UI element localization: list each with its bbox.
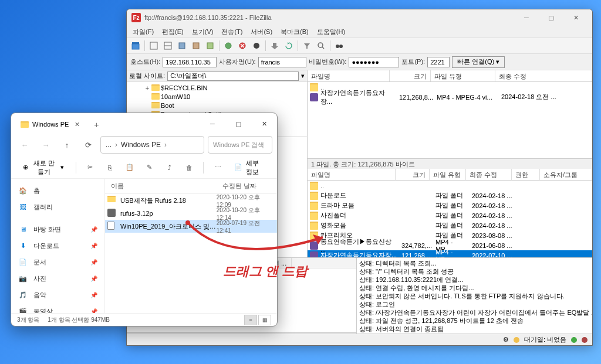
dropdown-icon[interactable]: ▾ [301,72,305,80]
maximize-button[interactable]: ▢ [225,114,251,133]
tree-item[interactable]: Boot [128,101,306,110]
new-tab-button[interactable]: + [88,117,104,133]
copy-icon[interactable]: ⎘ [102,159,118,176]
gear-icon[interactable]: ⚙ [503,336,509,343]
log-line: 상태: 연결 수립, 환영 메시지를 기다림... [359,284,590,292]
menu-help[interactable]: 도움말(H) [313,26,349,38]
menu-edit[interactable]: 편집(E) [158,26,187,38]
menu-file[interactable]: 파일(F) [129,26,157,38]
sidebar-item[interactable]: 🎬동영상📌 [11,303,104,313]
file-row[interactable]: 영화모음파일 폴더2024-02-18 ... [308,220,592,230]
col-type[interactable]: 파일 유형 [430,169,466,180]
refresh-icon[interactable] [282,39,295,52]
tree-item[interactable]: 10amW10 [128,92,306,101]
toolbar-icon[interactable] [268,39,281,52]
file-row[interactable]: 자장가연속듣기동요자장...121,268,8...MP4 - MPEG-4 v… [308,92,592,102]
port-input[interactable] [427,57,450,67]
forward-button[interactable]: → [37,136,55,154]
binoculars-icon[interactable] [333,39,346,52]
filter-icon[interactable] [300,39,313,52]
pass-input[interactable] [349,57,399,67]
col-modified[interactable]: 수정된 날짜 [217,182,262,190]
details-button[interactable]: 📄 세부 정보 [229,159,271,176]
delete-icon[interactable]: 🗑 [181,159,198,176]
col-filename[interactable]: 파일명 [308,70,390,81]
file-row[interactable]: 사진폴더파일 폴더2024-02-18 ... [308,210,592,220]
disconnect-icon[interactable] [250,39,263,52]
breadcrumb-segment[interactable]: ... [106,141,112,149]
col-perm[interactable]: 권한 [512,169,540,180]
file-row[interactable]: rufus-3.12p2020-10-20 오후 12:14 [105,207,277,220]
sidebar-item[interactable]: 🖼갤러리 [11,199,104,215]
cancel-icon[interactable] [236,39,249,52]
svg-rect-1 [132,42,139,44]
list-view-button[interactable]: ≡ [244,315,257,325]
rename-icon[interactable]: ✎ [141,159,158,176]
back-button[interactable]: ← [16,136,33,154]
close-button[interactable]: ✕ [251,114,277,133]
grid-view-button[interactable]: ▦ [258,315,271,325]
menu-server[interactable]: 서버(S) [247,26,276,38]
toolbar-icon[interactable] [190,39,202,52]
menu-transfer[interactable]: 전송(T) [218,26,246,38]
sidebar-item[interactable]: ⬇다운로드📌 [11,237,104,254]
quickconnect-button[interactable]: 빠른 연결(Q) ▾ [452,56,505,68]
file-row[interactable]: Win10PE_2019_아크로니스 및 기타2020-07-19 오전 12:… [105,220,277,233]
explorer-titlebar[interactable]: Windows PE ✕ + ─ ▢ ✕ [11,113,277,133]
refresh-button[interactable]: ⟳ [79,136,97,154]
breadcrumb[interactable]: ... › Windows PE › [100,136,204,154]
toolbar-icon[interactable] [204,39,217,52]
local-site-label: 로컬 사이트: [129,72,165,80]
user-input[interactable] [258,57,306,67]
up-button[interactable]: ↑ [58,136,76,154]
tree-item[interactable]: +$RECYCLE.BIN [128,83,306,92]
col-type[interactable]: 파일 유형 [431,70,495,81]
breadcrumb-segment[interactable]: Windows PE [121,141,161,149]
close-button[interactable]: ✕ [564,11,588,25]
file-row[interactable]: USB제작툴 Rufus 2.182020-10-20 오후 12:09 [105,194,277,207]
minimize-button[interactable]: ─ [200,114,225,133]
site-manager-icon[interactable] [129,39,142,52]
cut-icon[interactable]: ✂ [82,159,98,176]
menu-bookmark[interactable]: 북마크(B) [277,26,312,38]
col-name[interactable]: 이름 [105,182,217,190]
file-row[interactable]: 다운로드파일 폴더2024-02-18 ... [308,190,592,200]
paste-icon[interactable]: 📋 [121,159,138,176]
host-input[interactable] [163,57,217,67]
toolbar-icon[interactable] [222,39,235,52]
message-log[interactable]: 상태: 디렉터리 목록 조회...상태: "/" 디렉터리 목록 조회 성공상태… [357,258,592,345]
more-icon[interactable]: ⋯ [210,159,226,176]
sidebar-item[interactable]: 🏠홈 [11,182,104,199]
remote-bottom-header[interactable]: 파일명 크기 파일 유형 최종 수정 권한 소유자/그룹 [308,169,592,181]
menu-view[interactable]: 보기(V) [188,26,217,38]
remote-top-list[interactable]: ..자장가연속듣기동요자장...121,268,8...MP4 - MPEG-4… [308,82,592,158]
col-filename[interactable]: 파일명 [308,169,396,180]
list-header[interactable]: 이름 수정된 날짜 [105,179,277,194]
col-size[interactable]: 크기 [396,169,430,180]
log-line: 상태: 보안되지 않은 서버입니다. TLS를 통한 FTP를 지원하지 않습니… [359,292,590,300]
file-row[interactable]: .. [308,181,592,190]
explorer-tab[interactable]: Windows PE ✕ [15,115,88,133]
sidebar-item[interactable]: 📄문서📌 [11,254,104,270]
maximize-button[interactable]: ▢ [539,11,563,25]
remote-top-header[interactable]: 파일명 크기 파일 유형 최종 수정 [308,70,592,82]
search-input[interactable]: Windows PE 검색 [208,136,272,154]
toolbar-icon[interactable] [161,39,174,52]
local-path-input[interactable] [167,72,299,81]
toolbar-icon[interactable] [175,39,188,52]
toolbar-icon[interactable] [147,39,160,52]
minimize-button[interactable]: ─ [515,11,538,25]
filezilla-titlebar[interactable]: Fz ftp://francis@192.168.110.35:2221 - F… [127,9,592,26]
col-size[interactable]: 크기 [390,70,431,81]
col-modified[interactable]: 최종 수정 [495,70,592,81]
file-row[interactable]: 드라마 모음파일 폴더2024-02-18 ... [308,200,592,210]
new-button[interactable]: ⊕ 새로 만들기 ▾ [17,159,70,176]
tab-close-icon[interactable]: ✕ [72,121,82,128]
share-icon[interactable]: ⤴ [161,159,178,176]
col-modified[interactable]: 최종 수정 [466,169,512,180]
sidebar-item[interactable]: 📷사진📌 [11,270,104,287]
sidebar-item[interactable]: 🖥바탕 화면📌 [11,221,104,237]
col-owner[interactable]: 소유자/그룹 [540,169,592,180]
sidebar-item[interactable]: 🎵음악📌 [11,287,104,303]
search-icon[interactable] [315,39,327,52]
